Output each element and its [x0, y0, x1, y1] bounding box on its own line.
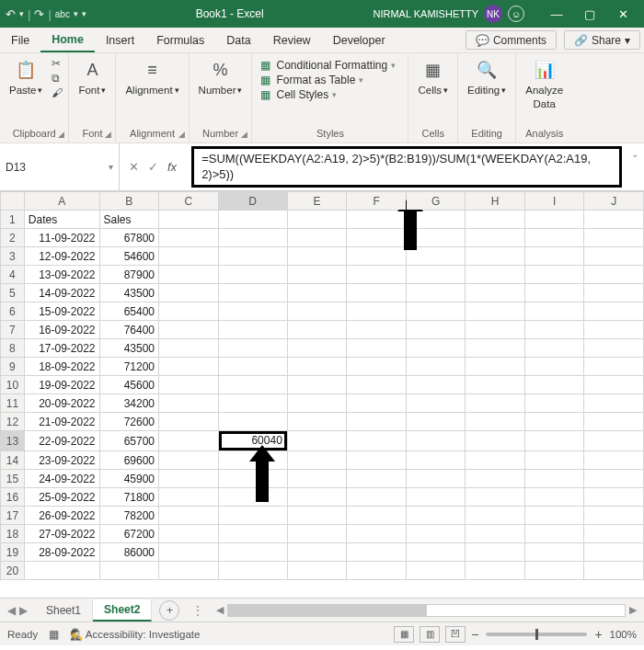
- cell[interactable]: Dates: [24, 211, 99, 229]
- cell[interactable]: [584, 543, 644, 562]
- cell[interactable]: 19-09-2022: [24, 376, 99, 394]
- col-header[interactable]: D: [218, 192, 287, 211]
- cell[interactable]: [584, 247, 644, 266]
- cell[interactable]: [406, 562, 466, 580]
- cell[interactable]: [218, 507, 287, 525]
- cell[interactable]: [287, 413, 347, 431]
- cell[interactable]: [347, 321, 407, 339]
- cell[interactable]: [218, 302, 287, 321]
- cell[interactable]: 12-09-2022: [24, 247, 99, 266]
- cell[interactable]: [466, 339, 525, 358]
- cell[interactable]: [466, 229, 525, 247]
- cell[interactable]: [218, 211, 287, 229]
- analyze-data-button[interactable]: 📊AnalyzeData: [522, 55, 567, 111]
- cell[interactable]: 16-09-2022: [24, 321, 99, 339]
- cell[interactable]: [159, 266, 219, 284]
- cell[interactable]: [584, 376, 644, 394]
- copy-icon[interactable]: ⧉: [52, 72, 63, 85]
- font-button[interactable]: AFont ▾: [75, 55, 109, 97]
- cell[interactable]: [584, 431, 644, 451]
- cell[interactable]: [524, 229, 584, 247]
- cell[interactable]: 69600: [99, 451, 159, 470]
- cell[interactable]: [466, 488, 525, 507]
- cell[interactable]: [347, 284, 407, 302]
- cell[interactable]: 86000: [99, 543, 159, 562]
- cell[interactable]: [466, 302, 525, 321]
- cell[interactable]: [524, 507, 584, 525]
- conditional-formatting-button[interactable]: ▦Conditional Formatting ▾: [258, 59, 396, 72]
- cell[interactable]: 45900: [99, 470, 159, 488]
- cell[interactable]: [584, 358, 644, 376]
- cell[interactable]: 43500: [99, 339, 159, 358]
- cell[interactable]: [524, 247, 584, 266]
- cell[interactable]: [406, 229, 466, 247]
- tab-developer[interactable]: Developer: [322, 28, 397, 52]
- cell[interactable]: [159, 394, 219, 413]
- cell[interactable]: [584, 321, 644, 339]
- cell[interactable]: 14-09-2022: [24, 284, 99, 302]
- redo-icon[interactable]: ↷: [34, 7, 44, 21]
- row-header[interactable]: 20: [1, 562, 25, 580]
- row-header[interactable]: 5: [1, 284, 25, 302]
- cell[interactable]: [466, 507, 525, 525]
- macro-indicator-icon[interactable]: ▦: [49, 628, 59, 641]
- row-header[interactable]: 7: [1, 321, 25, 339]
- cell[interactable]: [218, 229, 287, 247]
- cell[interactable]: [524, 266, 584, 284]
- cell[interactable]: [347, 302, 407, 321]
- cell[interactable]: [524, 339, 584, 358]
- row-header[interactable]: 10: [1, 376, 25, 394]
- cell[interactable]: [347, 451, 407, 470]
- cell[interactable]: [218, 321, 287, 339]
- cell[interactable]: [524, 470, 584, 488]
- cell[interactable]: [159, 376, 219, 394]
- cell[interactable]: [406, 451, 466, 470]
- cell[interactable]: [524, 376, 584, 394]
- cells-button[interactable]: ▦Cells ▾: [414, 55, 452, 97]
- cell[interactable]: [406, 431, 466, 451]
- cell[interactable]: [218, 451, 287, 470]
- cell[interactable]: [287, 470, 347, 488]
- cell[interactable]: [524, 451, 584, 470]
- cell[interactable]: [159, 247, 219, 266]
- cell[interactable]: [466, 358, 525, 376]
- qat-item[interactable]: abc: [55, 9, 70, 19]
- cell[interactable]: [466, 431, 525, 451]
- cell[interactable]: [347, 358, 407, 376]
- cell[interactable]: [406, 302, 466, 321]
- fx-icon[interactable]: fx: [167, 160, 177, 174]
- cell[interactable]: [347, 488, 407, 507]
- cell[interactable]: [524, 525, 584, 543]
- cell[interactable]: [347, 562, 407, 580]
- col-header[interactable]: C: [159, 192, 219, 211]
- cell[interactable]: [584, 339, 644, 358]
- cell[interactable]: [524, 543, 584, 562]
- dialog-launcher-icon[interactable]: ◢: [178, 130, 185, 139]
- cell[interactable]: [524, 358, 584, 376]
- cell[interactable]: [159, 431, 219, 451]
- minimize-button[interactable]: —: [541, 2, 572, 26]
- accessibility-status[interactable]: 🕵 Accessibility: Investigate: [70, 628, 200, 641]
- name-box[interactable]: D13▾: [0, 143, 120, 190]
- row-header[interactable]: 16: [1, 488, 25, 507]
- cell[interactable]: [466, 451, 525, 470]
- cell[interactable]: [347, 413, 407, 431]
- cell[interactable]: [218, 394, 287, 413]
- cell[interactable]: [287, 229, 347, 247]
- sheet-tab[interactable]: Sheet1: [35, 600, 93, 621]
- cell[interactable]: [406, 525, 466, 543]
- cell[interactable]: [347, 470, 407, 488]
- worksheet-grid[interactable]: A B C D E F G H I J 1DatesSales211-09-20…: [0, 191, 644, 598]
- cell[interactable]: [159, 321, 219, 339]
- editing-button[interactable]: 🔍Editing ▾: [464, 55, 510, 97]
- cell[interactable]: [406, 339, 466, 358]
- cell[interactable]: 76400: [99, 321, 159, 339]
- zoom-out-button[interactable]: −: [471, 627, 478, 642]
- cell[interactable]: [524, 284, 584, 302]
- cell[interactable]: [406, 394, 466, 413]
- cell[interactable]: [347, 229, 407, 247]
- cell[interactable]: [524, 394, 584, 413]
- enter-icon[interactable]: ✓: [148, 160, 158, 174]
- cell[interactable]: 65700: [99, 431, 159, 451]
- scroll-right-icon[interactable]: ▶: [629, 604, 637, 616]
